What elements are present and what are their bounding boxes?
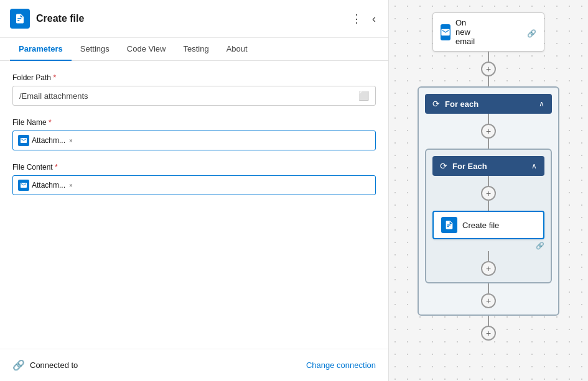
for-each-outer-header[interactable]: ⟳ For each ∧: [425, 94, 552, 114]
for-each-inner-label: For Each: [452, 162, 526, 171]
email-trigger-icon: [441, 24, 450, 40]
tab-testing[interactable]: Testing: [174, 38, 217, 61]
panel-title: Create file: [36, 13, 342, 24]
folder-path-group: Folder Path * /Email attachments ⬜: [12, 73, 376, 106]
header-actions: ⋮ ‹: [348, 12, 378, 25]
create-file-node[interactable]: Create file: [432, 211, 544, 239]
change-connection-link[interactable]: Change connection: [306, 360, 376, 370]
line-4: [488, 251, 489, 261]
right-panel: On new email 🔗 + ⟳ For each ∧ +: [389, 0, 588, 381]
add-btn-6[interactable]: +: [481, 326, 496, 341]
file-content-group: File Content * Attachm... ×: [12, 163, 376, 195]
line-6: [488, 316, 489, 326]
line-5: [488, 283, 489, 293]
create-file-link-icon: 🔗: [536, 242, 544, 250]
file-name-token-icon: [18, 135, 29, 146]
for-each-inner-loop-icon: ⟳: [440, 161, 447, 171]
for-each-outer-label: For each: [445, 99, 534, 109]
connected-icon: 🔗: [12, 359, 25, 371]
email-link-icon: 🔗: [527, 29, 536, 38]
connected-label: Connected to: [30, 360, 78, 370]
create-file-label: Create file: [462, 221, 536, 230]
menu-icon[interactable]: ⋮: [348, 12, 365, 25]
for-each-outer-chevron: ∧: [539, 99, 544, 108]
add-btn-1[interactable]: +: [481, 62, 496, 76]
for-each-inner-container: ⟳ For Each ∧ + Crea: [425, 149, 552, 283]
email-trigger-node[interactable]: On new email 🔗: [432, 12, 544, 52]
outlook-icon-small: [20, 137, 27, 144]
connector-6: +: [481, 316, 496, 341]
connector-3: +: [481, 176, 496, 211]
line-1b: [488, 76, 489, 86]
file-content-token-icon: [18, 180, 29, 191]
file-content-required: *: [55, 163, 58, 172]
file-name-group: File Name * Attachm... ×: [12, 118, 376, 150]
tabs-bar: Parameters Settings Code View Testing Ab…: [0, 38, 388, 61]
connector-1: +: [481, 52, 496, 86]
outlook-svg: [441, 27, 450, 37]
form-content: Folder Path * /Email attachments ⬜ File …: [0, 61, 388, 349]
file-name-field[interactable]: Attachm... ×: [12, 131, 376, 150]
back-icon[interactable]: ‹: [370, 12, 378, 25]
email-node-footer: 🔗: [480, 27, 536, 38]
file-name-required: *: [49, 118, 52, 127]
header-icon: [10, 9, 30, 29]
add-btn-5[interactable]: +: [481, 293, 496, 308]
add-btn-3[interactable]: +: [481, 186, 496, 201]
file-content-field[interactable]: Attachm... ×: [12, 175, 376, 195]
for-each-inner-chevron: ∧: [531, 162, 537, 170]
file-content-token-label: Attachm...: [32, 181, 65, 190]
outlook-icon-small-2: [20, 181, 27, 189]
line-1: [488, 52, 489, 62]
create-file-icon: [14, 13, 26, 24]
folder-path-required: *: [53, 73, 56, 82]
connector-4: +: [481, 251, 496, 276]
left-panel: Create file ⋮ ‹ Parameters Settings Code…: [0, 0, 389, 381]
folder-path-icon: ⬜: [358, 91, 369, 101]
folder-path-label: Folder Path *: [12, 73, 376, 82]
email-trigger-label: On new email: [455, 18, 475, 46]
create-file-node-icon: [441, 217, 457, 233]
connector-2: +: [481, 114, 496, 149]
line-2b: [488, 139, 489, 149]
file-name-token-close[interactable]: ×: [68, 137, 74, 144]
onedrive-svg: [444, 220, 454, 230]
for-each-outer-loop-icon: ⟳: [432, 99, 440, 109]
add-btn-2[interactable]: +: [481, 124, 496, 139]
tab-codeview[interactable]: Code View: [118, 38, 175, 61]
tab-parameters[interactable]: Parameters: [10, 38, 72, 61]
file-content-token: Attachm... ×: [18, 180, 74, 191]
for-each-inner-header[interactable]: ⟳ For Each ∧: [432, 156, 544, 176]
file-name-token: Attachm... ×: [18, 135, 74, 146]
file-content-token-close[interactable]: ×: [68, 182, 74, 189]
tab-settings[interactable]: Settings: [72, 38, 118, 61]
connector-5: +: [481, 283, 496, 308]
file-name-label: File Name *: [12, 118, 376, 127]
folder-path-value: /Email attachments: [19, 91, 88, 101]
line-3b: [488, 201, 489, 211]
folder-path-input[interactable]: /Email attachments ⬜: [12, 86, 376, 106]
panel-header: Create file ⋮ ‹: [0, 0, 388, 38]
file-name-token-label: Attachm...: [32, 136, 65, 145]
tab-about[interactable]: About: [218, 38, 256, 61]
connected-section: 🔗 Connected to Change connection: [0, 349, 388, 381]
line-2: [488, 114, 489, 124]
for-each-outer-container: ⟳ For each ∧ + ⟳ For Each ∧: [418, 86, 559, 316]
add-btn-4[interactable]: +: [481, 261, 496, 276]
file-content-label: File Content *: [12, 163, 376, 172]
line-3: [488, 176, 489, 186]
workflow-canvas: On new email 🔗 + ⟳ For each ∧ +: [395, 0, 582, 381]
